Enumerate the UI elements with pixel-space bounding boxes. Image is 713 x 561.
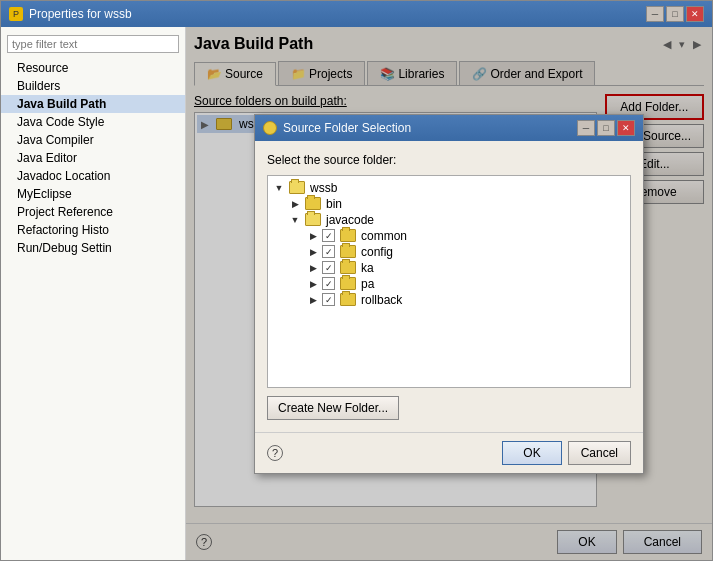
pa-folder-icon bbox=[340, 277, 356, 290]
maximize-button[interactable]: □ bbox=[666, 6, 684, 22]
main-window: P Properties for wssb ─ □ ✕ Resource Bui… bbox=[0, 0, 713, 561]
pa-label: pa bbox=[359, 277, 374, 291]
modal-title-buttons: ─ □ ✕ bbox=[577, 120, 635, 136]
sidebar-item-javadoc[interactable]: Javadoc Location bbox=[1, 167, 185, 185]
tree-item-rollback[interactable]: ▶ ✓ rollback bbox=[272, 292, 626, 308]
sidebar-item-java-editor[interactable]: Java Editor bbox=[1, 149, 185, 167]
modal-close-button[interactable]: ✕ bbox=[617, 120, 635, 136]
title-bar-left: P Properties for wssb bbox=[9, 7, 132, 21]
config-label: config bbox=[359, 245, 393, 259]
wssb-label: wssb bbox=[308, 181, 337, 195]
ka-label: ka bbox=[359, 261, 374, 275]
sidebar: Resource Builders Java Build Path Java C… bbox=[1, 27, 186, 560]
bin-folder-icon bbox=[305, 197, 321, 210]
modal-footer-right: OK Cancel bbox=[502, 441, 631, 465]
main-wrapper: Java Build Path ◀ ▾ ▶ 📂 Source 📁 bbox=[186, 27, 712, 560]
modal-body: Select the source folder: ▼ wssb bbox=[255, 141, 643, 432]
tree-item-bin[interactable]: ▶ bin bbox=[272, 196, 626, 212]
sidebar-item-java-build-path[interactable]: Java Build Path bbox=[1, 95, 185, 113]
common-folder-icon bbox=[340, 229, 356, 242]
tree-item-common[interactable]: ▶ ✓ common bbox=[272, 228, 626, 244]
ka-folder-icon bbox=[340, 261, 356, 274]
modal-ok-button[interactable]: OK bbox=[502, 441, 561, 465]
sidebar-item-builders[interactable]: Builders bbox=[1, 77, 185, 95]
modal-instruction: Select the source folder: bbox=[267, 153, 631, 167]
tree-item-pa[interactable]: ▶ ✓ pa bbox=[272, 276, 626, 292]
sidebar-item-java-compiler[interactable]: Java Compiler bbox=[1, 131, 185, 149]
modal-overlay: Source Folder Selection ─ □ ✕ Select the… bbox=[186, 27, 712, 560]
sidebar-item-resource[interactable]: Resource bbox=[1, 59, 185, 77]
title-bar-buttons: ─ □ ✕ bbox=[646, 6, 704, 22]
bin-expander[interactable]: ▶ bbox=[288, 197, 302, 211]
javacode-label: javacode bbox=[324, 213, 374, 227]
window-icon: P bbox=[9, 7, 23, 21]
sidebar-filter-input[interactable] bbox=[7, 35, 179, 53]
modal-help-icon[interactable]: ? bbox=[267, 445, 283, 461]
title-bar: P Properties for wssb ─ □ ✕ bbox=[1, 1, 712, 27]
create-new-folder-button[interactable]: Create New Folder... bbox=[267, 396, 399, 420]
ka-expander[interactable]: ▶ bbox=[306, 261, 320, 275]
rollback-label: rollback bbox=[359, 293, 402, 307]
modal-minimize-button[interactable]: ─ bbox=[577, 120, 595, 136]
config-checkbox[interactable]: ✓ bbox=[322, 245, 335, 258]
close-button[interactable]: ✕ bbox=[686, 6, 704, 22]
content-area: Resource Builders Java Build Path Java C… bbox=[1, 27, 712, 560]
sidebar-item-myeclipse[interactable]: MyEclipse bbox=[1, 185, 185, 203]
modal-title-bar: Source Folder Selection ─ □ ✕ bbox=[255, 115, 643, 141]
sidebar-item-java-code-style[interactable]: Java Code Style bbox=[1, 113, 185, 131]
sidebar-item-refactoring[interactable]: Refactoring Histo bbox=[1, 221, 185, 239]
rollback-checkbox[interactable]: ✓ bbox=[322, 293, 335, 306]
common-checkbox[interactable]: ✓ bbox=[322, 229, 335, 242]
modal-maximize-button[interactable]: □ bbox=[597, 120, 615, 136]
config-expander[interactable]: ▶ bbox=[306, 245, 320, 259]
modal-footer: ? OK Cancel bbox=[255, 432, 643, 473]
modal-title-left: Source Folder Selection bbox=[263, 121, 411, 135]
tree-container[interactable]: ▼ wssb ▶ bin bbox=[267, 175, 631, 388]
bin-label: bin bbox=[324, 197, 342, 211]
tree-item-ka[interactable]: ▶ ✓ ka bbox=[272, 260, 626, 276]
rollback-folder-icon bbox=[340, 293, 356, 306]
pa-checkbox[interactable]: ✓ bbox=[322, 277, 335, 290]
modal-cancel-button[interactable]: Cancel bbox=[568, 441, 631, 465]
modal-title: Source Folder Selection bbox=[283, 121, 411, 135]
window-title: Properties for wssb bbox=[29, 7, 132, 21]
common-label: common bbox=[359, 229, 407, 243]
common-expander[interactable]: ▶ bbox=[306, 229, 320, 243]
modal-icon bbox=[263, 121, 277, 135]
modal-dialog: Source Folder Selection ─ □ ✕ Select the… bbox=[254, 114, 644, 474]
tree-item-config[interactable]: ▶ ✓ config bbox=[272, 244, 626, 260]
ka-checkbox[interactable]: ✓ bbox=[322, 261, 335, 274]
wssb-expander[interactable]: ▼ bbox=[272, 181, 286, 195]
tree-item-wssb[interactable]: ▼ wssb bbox=[272, 180, 626, 196]
minimize-button[interactable]: ─ bbox=[646, 6, 664, 22]
javacode-expander[interactable]: ▼ bbox=[288, 213, 302, 227]
tree-item-javacode[interactable]: ▼ javacode bbox=[272, 212, 626, 228]
javacode-folder-icon bbox=[305, 213, 321, 226]
config-folder-icon bbox=[340, 245, 356, 258]
wssb-folder-icon bbox=[289, 181, 305, 194]
rollback-expander[interactable]: ▶ bbox=[306, 293, 320, 307]
pa-expander[interactable]: ▶ bbox=[306, 277, 320, 291]
sidebar-item-run-debug[interactable]: Run/Debug Settin bbox=[1, 239, 185, 257]
sidebar-item-project-ref[interactable]: Project Reference bbox=[1, 203, 185, 221]
